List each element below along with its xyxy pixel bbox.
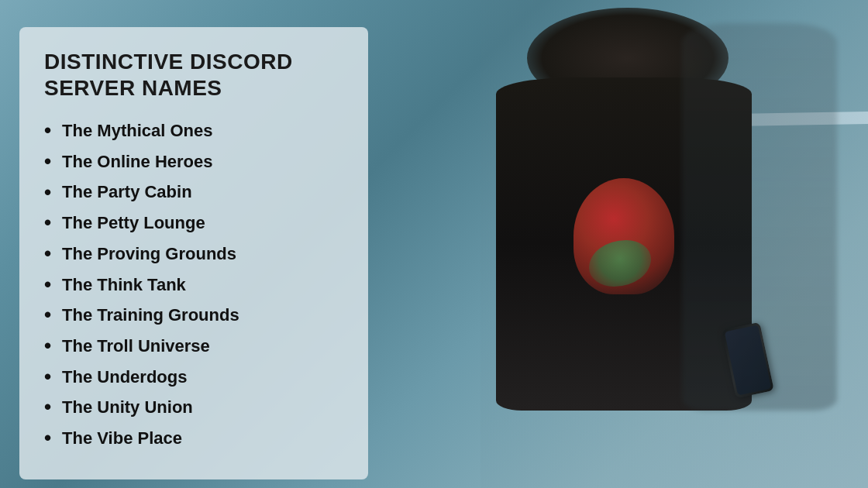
panel-inner: DISTINCTIVE DISCORD SERVER NAMES The Myt… xyxy=(19,27,368,479)
list-item: The Petty Lounge xyxy=(44,208,346,238)
list-item: The Mythical Ones xyxy=(44,116,346,146)
content-panel: DISTINCTIVE DISCORD SERVER NAMES The Myt… xyxy=(19,27,368,479)
list-item: The Training Grounds xyxy=(44,301,346,330)
panel-title: DISTINCTIVE DISCORD SERVER NAMES xyxy=(44,49,346,101)
list-item: The Underdogs xyxy=(44,363,346,392)
person-figure xyxy=(480,0,775,488)
list-item: The Think Tank xyxy=(44,270,346,300)
list-item: The Unity Union xyxy=(44,393,346,422)
list-item: The Online Heroes xyxy=(44,147,346,177)
list-item: The Proving Grounds xyxy=(44,239,346,269)
list-item: The Party Cabin xyxy=(44,178,346,208)
server-list: The Mythical OnesThe Online HeroesThe Pa… xyxy=(44,116,346,453)
list-item: The Troll Universe xyxy=(44,332,346,361)
list-item: The Vibe Place xyxy=(44,424,346,453)
